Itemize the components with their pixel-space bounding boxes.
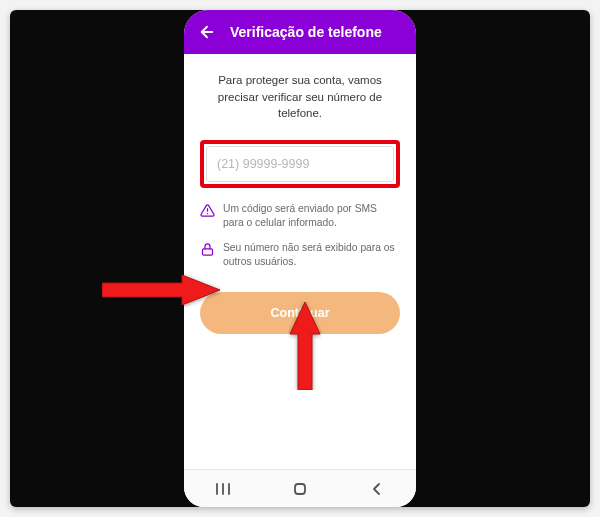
back-arrow-icon[interactable] <box>198 23 216 41</box>
alert-triangle-icon <box>200 203 215 218</box>
phone-screen: Verificação de telefone Para proteger su… <box>184 10 416 507</box>
phone-input-highlight <box>200 140 400 188</box>
instruction-text: Para proteger sua conta, vamos precisar … <box>200 72 400 122</box>
page-title: Verificação de telefone <box>230 24 382 40</box>
svg-rect-3 <box>203 249 213 255</box>
android-navbar <box>184 469 416 507</box>
nav-home-icon[interactable] <box>280 480 320 498</box>
phone-input[interactable] <box>206 146 394 182</box>
continue-button[interactable]: Continuar <box>200 292 400 334</box>
nav-back-icon[interactable] <box>357 482 397 496</box>
info-text-privacy: Seu número não será exibido para os outr… <box>223 241 400 270</box>
svg-rect-7 <box>295 484 305 494</box>
info-text-sms: Um código será enviado por SMS para o ce… <box>223 202 400 231</box>
content-area: Para proteger sua conta, vamos precisar … <box>184 54 416 469</box>
lock-icon <box>200 242 215 257</box>
nav-recents-icon[interactable] <box>203 482 243 496</box>
info-row-privacy: Seu número não será exibido para os outr… <box>200 241 400 270</box>
app-header: Verificação de telefone <box>184 10 416 54</box>
screenshot-frame: Verificação de telefone Para proteger su… <box>10 10 590 507</box>
info-row-sms: Um código será enviado por SMS para o ce… <box>200 202 400 231</box>
continue-button-label: Continuar <box>270 306 329 320</box>
